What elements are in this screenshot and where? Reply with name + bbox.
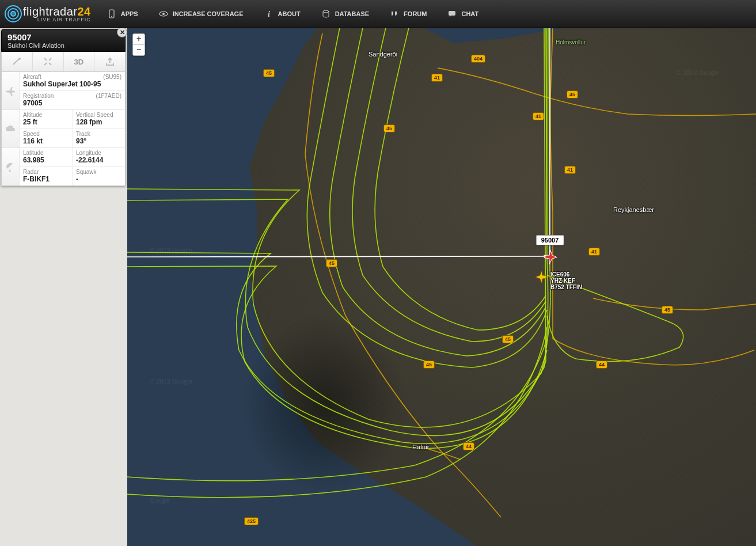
nav-forum-label: FORUM (404, 10, 427, 17)
nav-chat-label: CHAT (461, 10, 478, 17)
lat-value: 63.985 (23, 156, 69, 164)
spd-label: Speed (23, 131, 69, 137)
panel-header: 95007 Sukhoi Civil Aviation ✕ (1, 29, 126, 52)
svg-point-4 (111, 16, 112, 17)
phone-icon (107, 9, 116, 18)
tool-3d-label: 3D (74, 58, 84, 66)
nav-forum[interactable]: FORUM (379, 0, 437, 28)
nav-increase-coverage[interactable]: INCREASE COVERAGE (149, 0, 254, 28)
quote-icon (390, 9, 399, 18)
aircraft-code: (SU95) (103, 74, 121, 80)
svg-rect-9 (449, 11, 455, 16)
top-nav: flightradar24 LIVE AIR TRAFFIC APPS INCR… (0, 0, 756, 28)
brand-name-a: flightradar (23, 5, 77, 18)
nav-apps[interactable]: APPS (97, 0, 149, 28)
tool-3d-button[interactable]: 3D (64, 52, 95, 71)
selected-plane-icon[interactable] (542, 249, 558, 265)
chat-icon (447, 9, 457, 18)
radar-label: Radar (23, 169, 69, 175)
trk-label: Track (76, 131, 121, 137)
panel-airline: Sukhoi Civil Aviation (7, 42, 120, 49)
section-flightdata: Altitude25 ft Vertical Speed128 fpm Spee… (2, 110, 125, 148)
nav-about-label: ABOUT (278, 10, 301, 17)
alt-label: Altitude (23, 112, 69, 118)
section-aircraft: (SU95) Aircraft Sukhoi SuperJet 100-95 (… (2, 72, 125, 110)
nav-database[interactable]: DATABASE (311, 0, 379, 28)
radar-icon (3, 4, 23, 24)
alt-value: 25 ft (23, 118, 69, 126)
share-icon (105, 56, 115, 67)
tool-share-button[interactable] (94, 52, 125, 71)
panel-callsign: 95007 (7, 32, 120, 42)
flight-info-panel: 95007 Sukhoi Civil Aviation ✕ 3D (SU95) … (1, 29, 126, 186)
info-icon: i (264, 9, 273, 18)
reg-value: 97005 (23, 99, 121, 107)
panel-close-button[interactable]: ✕ (117, 27, 127, 37)
squawk-label: Squawk (76, 169, 121, 175)
lon-value: -22.6144 (76, 156, 121, 164)
section-position: Latitude63.985 Longitude-22.6144 RadarF-… (2, 148, 125, 185)
selected-flight-label[interactable]: 95007 (536, 235, 564, 245)
other-plane-icon[interactable] (534, 270, 549, 285)
zoom-out-button[interactable]: − (133, 45, 145, 55)
radar-value: F-BIKF1 (23, 175, 69, 183)
vs-value: 128 fpm (76, 118, 121, 126)
svg-point-6 (162, 13, 165, 15)
svg-text:i: i (268, 10, 270, 18)
lon-label: Longitude (76, 150, 121, 156)
zoom-control: + − (132, 33, 145, 56)
brand-name-b: 24 (77, 5, 90, 18)
tool-center-button[interactable] (33, 52, 64, 71)
nav-increase-label: INCREASE COVERAGE (173, 10, 244, 17)
nav-chat[interactable]: CHAT (437, 0, 489, 28)
nav-database-label: DATABASE (335, 10, 369, 17)
eye-icon (159, 9, 168, 18)
reg-hex: (1F7AED) (96, 93, 121, 99)
aircraft-type: Sukhoi SuperJet 100-95 (23, 80, 121, 88)
cloud-icon (2, 110, 20, 147)
vs-label: Vertical Speed (76, 112, 121, 118)
radar-dish-icon (2, 148, 20, 185)
svg-point-8 (323, 10, 329, 13)
squawk-value: - (76, 175, 121, 183)
nav-about[interactable]: i ABOUT (254, 0, 311, 28)
svg-point-2 (11, 12, 16, 16)
panel-toolbar: 3D (1, 52, 126, 72)
plane-icon (2, 72, 20, 109)
collapse-icon (43, 56, 53, 67)
logo[interactable]: flightradar24 LIVE AIR TRAFFIC (0, 4, 97, 24)
trk-value: 93° (76, 137, 121, 145)
svg-point-10 (18, 58, 21, 60)
zoom-in-button[interactable]: + (133, 34, 145, 45)
lat-label: Latitude (23, 150, 69, 156)
brand-tagline: LIVE AIR TRAFFIC (23, 17, 91, 22)
spd-value: 116 kt (23, 137, 69, 145)
route-icon (12, 56, 22, 67)
tool-route-button[interactable] (2, 52, 33, 71)
database-icon (321, 9, 330, 18)
nav-apps-label: APPS (121, 10, 138, 17)
